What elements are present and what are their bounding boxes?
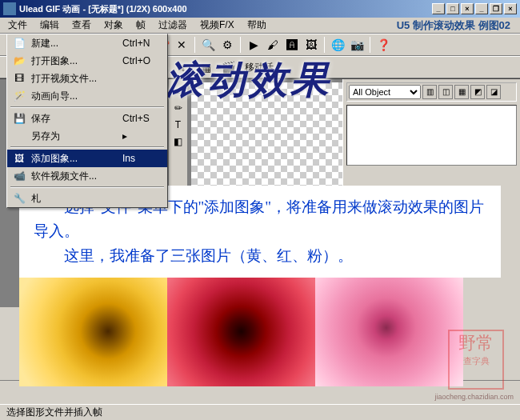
text-icon[interactable]: 🅰 xyxy=(283,36,301,54)
menu-separator xyxy=(10,186,164,188)
menu-separator xyxy=(10,106,164,108)
menu-separator xyxy=(10,146,164,148)
software-video-icon: 📹 xyxy=(12,170,26,182)
menu-view[interactable]: 查看 xyxy=(66,17,98,34)
rose-red xyxy=(167,264,315,386)
file-dropdown-menu: 📄 新建... Ctrl+N 📂 打开图象... Ctrl+O 🎞 打开视频文件… xyxy=(6,34,168,208)
header-caption: U5 制作滚动效果 例图02 xyxy=(397,18,510,33)
menu-more[interactable]: 🔧 札 xyxy=(7,190,167,207)
rose-images xyxy=(19,264,463,386)
menu-bar: 文件 编辑 查看 对象 帧 过滤器 视频F/X 帮助 U5 制作滚动效果 例图0… xyxy=(0,18,520,34)
menu-frame[interactable]: 帧 xyxy=(130,17,152,34)
maximize-button[interactable]: □ xyxy=(446,3,459,14)
separator-icon xyxy=(240,37,241,53)
menu-object[interactable]: 对象 xyxy=(98,17,130,34)
child-close-button[interactable]: × xyxy=(504,3,517,14)
menu-save-as[interactable]: 另存为 ▸ xyxy=(7,127,167,145)
brush-icon[interactable]: 🖌 xyxy=(264,36,282,54)
zoom-icon[interactable]: 🔍 xyxy=(199,36,217,54)
menu-file[interactable]: 文件 xyxy=(2,17,34,34)
site-url: jiaocheng.chazidian.com xyxy=(434,393,514,401)
watermark-stamp: 野常 查字典 xyxy=(448,330,504,390)
objects-list[interactable] xyxy=(346,105,517,166)
add-image-icon: 🖼 xyxy=(12,152,26,165)
status-text: 选择图形文件并插入帧 xyxy=(6,406,102,419)
save-icon: 💾 xyxy=(12,112,26,125)
menu-filter[interactable]: 过滤器 xyxy=(152,17,194,34)
menu-videofx[interactable]: 视频F/X xyxy=(194,17,241,34)
rose-yellow xyxy=(19,264,167,386)
menu-edit[interactable]: 编辑 xyxy=(34,17,66,34)
child-restore-button[interactable]: ❐ xyxy=(490,3,502,14)
instruction-line-2: 这里，我准备了三张图片（黄、红、粉）。 xyxy=(34,244,486,268)
camera-icon[interactable]: 📷 xyxy=(348,36,366,54)
menu-add-image[interactable]: 🖼 添加图象... Ins xyxy=(7,150,167,167)
menu-anim-wizard[interactable]: 🪄 动画向导... xyxy=(7,87,167,105)
separator-icon xyxy=(194,37,195,53)
menu-save[interactable]: 💾 保存 Ctrl+S xyxy=(7,110,167,127)
fill-tool-icon[interactable]: ◧ xyxy=(170,134,186,150)
separator-icon xyxy=(370,37,370,53)
window-title: Ulead GIF 动画 - [无标题*] (1/2X) 600x400 xyxy=(19,3,432,15)
menu-open-image[interactable]: 📂 打开图象... Ctrl+O xyxy=(7,52,167,70)
delete-icon[interactable]: ✕ xyxy=(173,36,190,54)
status-bar: 选择图形文件并插入帧 xyxy=(0,404,520,420)
menu-help[interactable]: 帮助 xyxy=(241,17,273,34)
app-icon xyxy=(3,2,16,15)
help-icon[interactable]: ❓ xyxy=(374,36,392,54)
preview-icon[interactable]: ▶ xyxy=(245,36,262,54)
minimize-button[interactable]: _ xyxy=(432,3,445,14)
wizard-icon: 🪄 xyxy=(12,90,26,102)
tool-icon: 🔧 xyxy=(12,192,26,205)
menu-open-video[interactable]: 🎞 打开视频文件... xyxy=(7,70,167,87)
rose-pink xyxy=(315,264,463,386)
close-button[interactable]: × xyxy=(461,3,474,14)
window-buttons: _ □ × _ ❐ × xyxy=(432,3,517,14)
child-minimize-button[interactable]: _ xyxy=(475,3,488,14)
text-tool-icon[interactable]: T xyxy=(170,117,186,133)
tool-icon[interactable]: ⚙ xyxy=(218,36,236,54)
open-icon: 📂 xyxy=(12,54,26,67)
ie-icon[interactable]: 🌐 xyxy=(329,36,346,54)
menu-sw-video[interactable]: 📹 软件视频文件... xyxy=(7,167,167,185)
title-bar: Ulead GIF 动画 - [无标题*] (1/2X) 600x400 _ □… xyxy=(0,0,520,18)
image-icon[interactable]: 🖼 xyxy=(302,36,320,54)
video-icon: 🎞 xyxy=(12,72,26,85)
separator-icon xyxy=(324,37,325,53)
new-file-icon: 📄 xyxy=(12,37,26,50)
menu-new-file[interactable]: 📄 新建... Ctrl+N xyxy=(7,34,167,52)
